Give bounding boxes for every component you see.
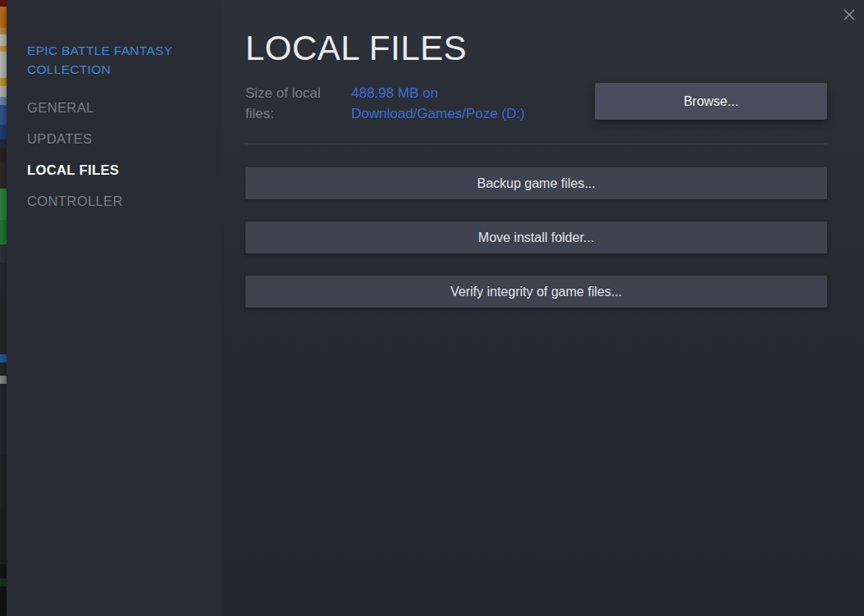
backup-game-files-button[interactable]: Backup game files... — [245, 167, 827, 199]
sidebar: EPIC BATTLE FANTASY COLLECTION GENERAL U… — [7, 0, 222, 616]
local-files-panel: LOCAL FILES Size of local files: 488.98 … — [222, 0, 864, 616]
game-title: EPIC BATTLE FANTASY COLLECTION — [27, 41, 179, 79]
verify-integrity-button[interactable]: Verify integrity of game files... — [245, 276, 827, 308]
sidebar-item-updates[interactable]: UPDATES — [27, 131, 205, 146]
size-value-link[interactable]: 488.98 MB on Download/Games/Poze (D:) — [351, 83, 573, 124]
background-artwork-strip — [0, 0, 7, 616]
steam-game-properties-window: EPIC BATTLE FANTASY COLLECTION GENERAL U… — [0, 0, 864, 616]
size-row: Size of local files: 488.98 MB on Downlo… — [245, 83, 827, 124]
sidebar-item-controller[interactable]: CONTROLLER — [27, 194, 205, 208]
move-install-folder-button[interactable]: Move install folder... — [245, 221, 827, 253]
sidebar-nav: GENERAL UPDATES LOCAL FILES CONTROLLER — [27, 100, 205, 208]
page-title: LOCAL FILES — [245, 0, 827, 69]
divider — [245, 144, 827, 144]
close-button[interactable] — [839, 4, 860, 25]
browse-button[interactable]: Browse... — [595, 83, 827, 120]
close-icon — [842, 7, 857, 22]
game-properties-dialog: EPIC BATTLE FANTASY COLLECTION GENERAL U… — [7, 0, 864, 616]
sidebar-item-general[interactable]: GENERAL — [27, 100, 205, 115]
size-label: Size of local files: — [245, 83, 327, 124]
sidebar-item-local-files[interactable]: LOCAL FILES — [27, 162, 205, 177]
